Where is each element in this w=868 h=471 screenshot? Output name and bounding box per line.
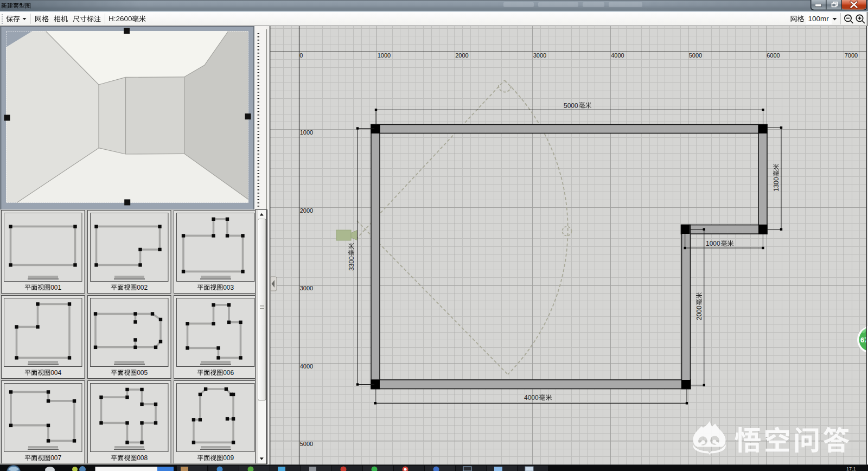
svg-text:3000: 3000 bbox=[533, 52, 546, 59]
svg-text:5000: 5000 bbox=[689, 52, 702, 59]
svg-text:007: 007 bbox=[50, 454, 61, 462]
svg-text:4000: 4000 bbox=[524, 394, 539, 402]
svg-text:H:2600: H:2600 bbox=[108, 15, 132, 23]
svg-text:1000: 1000 bbox=[378, 52, 391, 59]
svg-text:0: 0 bbox=[299, 52, 303, 59]
svg-text:100mr: 100mr bbox=[808, 15, 829, 23]
svg-text:6000: 6000 bbox=[767, 52, 780, 59]
svg-text:2000: 2000 bbox=[455, 52, 468, 59]
svg-text:006: 006 bbox=[223, 369, 234, 377]
svg-text:1300: 1300 bbox=[773, 177, 780, 192]
svg-text:009: 009 bbox=[223, 454, 234, 462]
svg-text:5000: 5000 bbox=[564, 102, 578, 110]
svg-text:4000: 4000 bbox=[300, 363, 313, 370]
svg-text:3300: 3300 bbox=[348, 256, 355, 271]
svg-text:7000: 7000 bbox=[845, 52, 858, 59]
svg-text:005: 005 bbox=[137, 369, 148, 377]
svg-text:008: 008 bbox=[137, 454, 148, 462]
svg-text:002: 002 bbox=[137, 284, 148, 291]
svg-text:4000: 4000 bbox=[611, 52, 624, 59]
svg-text:5000: 5000 bbox=[300, 441, 313, 447]
svg-text:1000: 1000 bbox=[300, 129, 313, 136]
svg-text:004: 004 bbox=[50, 369, 61, 377]
svg-text:003: 003 bbox=[223, 284, 234, 291]
svg-text:2000: 2000 bbox=[695, 305, 703, 320]
svg-text:1000: 1000 bbox=[706, 240, 720, 247]
svg-text:001: 001 bbox=[50, 284, 61, 291]
svg-text:17:1: 17:1 bbox=[846, 466, 856, 471]
svg-text:3000: 3000 bbox=[300, 285, 313, 291]
svg-text:2000: 2000 bbox=[300, 207, 313, 214]
